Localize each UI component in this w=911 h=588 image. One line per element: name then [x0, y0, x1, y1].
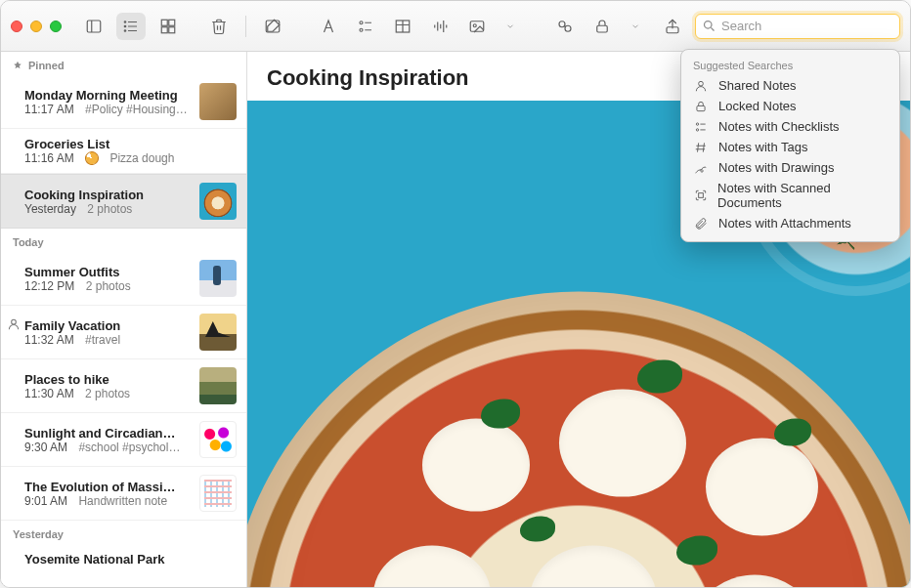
- audio-button[interactable]: [425, 13, 455, 40]
- svg-line-33: [711, 27, 714, 30]
- pizza-photo-region: [247, 292, 910, 587]
- svg-rect-8: [161, 20, 167, 25]
- note-time: 11:32 AM: [24, 333, 74, 347]
- note-title: The Evolution of Massi…: [24, 480, 192, 494]
- note-thumbnail: [199, 475, 237, 512]
- note-thumbnail: [199, 183, 237, 220]
- shared-icon: [693, 79, 709, 93]
- media-menu-chevron-icon[interactable]: [496, 13, 525, 40]
- note-subtitle: Pizza dough: [109, 151, 174, 165]
- media-button[interactable]: [462, 13, 492, 40]
- svg-rect-11: [169, 26, 175, 32]
- note-time: 11:16 AM: [24, 151, 74, 165]
- gallery-view-button[interactable]: [153, 13, 183, 40]
- delete-note-button[interactable]: [204, 13, 234, 40]
- lock-menu-chevron-icon[interactable]: [621, 13, 650, 40]
- note-row-sunlight-circadian[interactable]: Sunlight and Circadian… 9:30 AM #school …: [1, 413, 246, 467]
- suggested-item-label: Notes with Drawings: [718, 160, 835, 175]
- pizza-emoji-icon: [83, 151, 101, 165]
- close-window-button[interactable]: [11, 21, 22, 32]
- suggested-item-label: Notes with Scanned Documents: [717, 181, 888, 210]
- search-icon: [702, 19, 716, 33]
- note-row-groceries[interactable]: Groceries List 11:16 AM Pizza dough: [1, 129, 246, 174]
- note-time: 11:30 AM: [24, 387, 74, 400]
- note-time: 12:12 PM: [24, 279, 74, 293]
- search-field-wrap: [695, 14, 900, 39]
- note-title: Monday Morning Meeting: [24, 88, 192, 103]
- table-button[interactable]: [388, 13, 417, 40]
- svg-point-34: [699, 81, 704, 86]
- checklist-button[interactable]: [351, 13, 380, 40]
- svg-line-41: [703, 143, 704, 151]
- note-thumbnail: [199, 367, 237, 404]
- note-time: 11:17 AM: [24, 103, 74, 116]
- svg-point-32: [705, 21, 713, 28]
- suggested-checklist-notes[interactable]: Notes with Checklists: [681, 116, 899, 137]
- lock-icon: [693, 100, 709, 113]
- yesterday-section-header: Yesterday: [1, 521, 246, 544]
- zoom-window-button[interactable]: [50, 21, 62, 32]
- note-thumbnail: [199, 421, 237, 458]
- note-row-yosemite[interactable]: Yosemite National Park: [1, 544, 246, 574]
- note-title: Summer Outfits: [24, 265, 192, 279]
- note-row-evolution-massive[interactable]: The Evolution of Massi… 9:01 AM Handwrit…: [1, 467, 246, 521]
- suggested-tag-notes[interactable]: Notes with Tags: [681, 137, 899, 157]
- tag-icon: [693, 141, 709, 154]
- suggested-item-label: Notes with Tags: [718, 140, 808, 154]
- new-note-button[interactable]: [258, 13, 287, 40]
- minimize-window-button[interactable]: [30, 21, 42, 32]
- note-subtitle: 2 photos: [87, 202, 132, 216]
- window-controls: [11, 21, 62, 32]
- svg-rect-44: [698, 193, 703, 198]
- note-subtitle: 2 photos: [85, 387, 130, 400]
- svg-rect-0: [87, 21, 101, 32]
- search-input[interactable]: [695, 14, 900, 39]
- toggle-sidebar-button[interactable]: [79, 13, 108, 40]
- svg-point-45: [12, 319, 17, 324]
- svg-point-38: [696, 128, 698, 130]
- note-row-monday-meeting[interactable]: Monday Morning Meeting 11:17 AM #Policy …: [1, 75, 246, 129]
- note-title: Sunlight and Circadian…: [24, 426, 192, 441]
- note-title: Places to hike: [24, 372, 192, 387]
- suggested-scanned-notes[interactable]: Notes with Scanned Documents: [681, 178, 899, 213]
- svg-line-40: [698, 143, 699, 151]
- svg-point-26: [473, 23, 476, 26]
- note-row-cooking-inspiration[interactable]: Cooking Inspiration Yesterday 2 photos: [1, 174, 246, 229]
- svg-rect-30: [597, 25, 608, 32]
- note-subtitle: #travel: [85, 333, 120, 347]
- note-time: Yesterday: [24, 202, 76, 216]
- pinned-section-header: Pinned: [1, 52, 246, 75]
- pin-icon: [13, 61, 22, 70]
- suggested-searches-header: Suggested Searches: [681, 56, 899, 75]
- notes-list[interactable]: Pinned Monday Morning Meeting 11:17 AM #…: [1, 52, 247, 587]
- suggested-locked-notes[interactable]: Locked Notes: [681, 96, 899, 116]
- note-row-summer-outfits[interactable]: Summer Outfits 12:12 PM 2 photos: [1, 252, 246, 306]
- suggested-item-label: Notes with Checklists: [718, 119, 840, 134]
- share-button[interactable]: [658, 13, 687, 40]
- note-subtitle: 2 photos: [86, 279, 131, 293]
- suggested-attachment-notes[interactable]: Notes with Attachments: [681, 213, 899, 233]
- note-subtitle: #Policy #Housing…: [85, 103, 188, 116]
- note-row-family-vacation[interactable]: Family Vacation 11:32 AM #travel: [1, 306, 246, 359]
- svg-point-7: [124, 29, 126, 31]
- note-thumbnail: [199, 83, 237, 120]
- link-note-button[interactable]: [550, 13, 580, 40]
- list-view-button[interactable]: [116, 13, 146, 40]
- lock-note-button[interactable]: [587, 13, 617, 40]
- suggested-shared-notes[interactable]: Shared Notes: [681, 75, 899, 96]
- note-thumbnail: [199, 260, 237, 297]
- suggested-drawing-notes[interactable]: Notes with Drawings: [681, 157, 899, 178]
- suggested-item-label: Locked Notes: [718, 99, 797, 113]
- note-row-places-to-hike[interactable]: Places to hike 11:30 AM 2 photos: [1, 359, 246, 413]
- suggested-item-label: Shared Notes: [718, 78, 797, 93]
- note-thumbnail: [199, 314, 237, 351]
- shared-note-icon: [7, 317, 21, 331]
- svg-point-5: [124, 21, 126, 22]
- note-time: 9:30 AM: [24, 441, 67, 454]
- attachment-icon: [693, 217, 709, 231]
- note-title: Cooking Inspiration: [24, 188, 192, 202]
- checklist-icon: [693, 120, 709, 134]
- svg-point-15: [360, 28, 363, 31]
- svg-line-29: [564, 25, 566, 27]
- format-text-button[interactable]: [314, 13, 343, 40]
